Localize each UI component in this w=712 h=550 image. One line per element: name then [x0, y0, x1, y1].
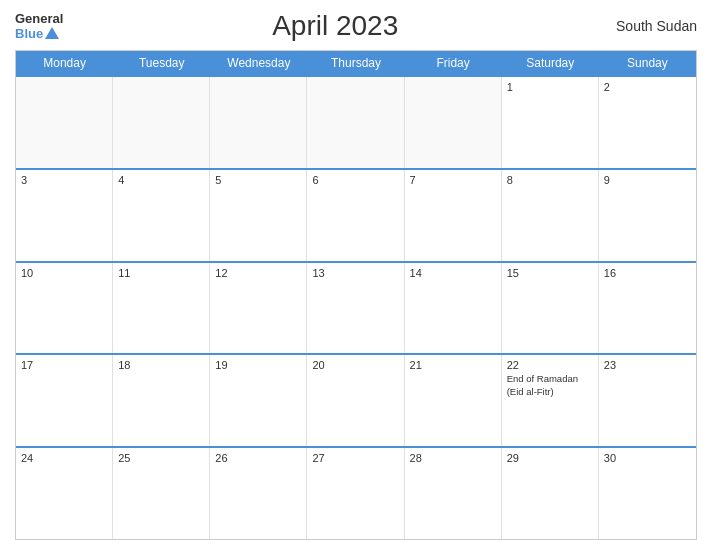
country-label: South Sudan — [607, 18, 697, 34]
header-sunday: Sunday — [599, 51, 696, 75]
day-cell-apr18: 18 — [113, 355, 210, 446]
day-cell-empty — [307, 77, 404, 168]
day-cell-apr28: 28 — [405, 448, 502, 539]
day-number: 7 — [410, 174, 496, 186]
day-cell-apr15: 15 — [502, 263, 599, 354]
day-cell-apr2: 2 — [599, 77, 696, 168]
page-header: General Blue April 2023 South Sudan — [15, 10, 697, 42]
calendar-grid: Monday Tuesday Wednesday Thursday Friday… — [15, 50, 697, 540]
day-cell-apr21: 21 — [405, 355, 502, 446]
day-number: 30 — [604, 452, 691, 464]
day-cell-empty — [210, 77, 307, 168]
day-cell-empty — [16, 77, 113, 168]
day-cell-apr3: 3 — [16, 170, 113, 261]
day-number: 1 — [507, 81, 593, 93]
week-row-3: 10 11 12 13 14 15 16 — [16, 261, 696, 354]
day-cell-apr29: 29 — [502, 448, 599, 539]
day-number: 25 — [118, 452, 204, 464]
day-number: 6 — [312, 174, 398, 186]
day-number: 27 — [312, 452, 398, 464]
day-number: 20 — [312, 359, 398, 371]
day-cell-apr23: 23 — [599, 355, 696, 446]
day-cell-apr5: 5 — [210, 170, 307, 261]
day-cell-apr9: 9 — [599, 170, 696, 261]
week-row-2: 3 4 5 6 7 8 9 — [16, 168, 696, 261]
day-cell-empty — [405, 77, 502, 168]
day-cell-apr22: 22 End of Ramadan (Eid al-Fitr) — [502, 355, 599, 446]
day-cell-apr30: 30 — [599, 448, 696, 539]
day-cell-apr27: 27 — [307, 448, 404, 539]
day-number: 28 — [410, 452, 496, 464]
day-cell-apr10: 10 — [16, 263, 113, 354]
day-number: 29 — [507, 452, 593, 464]
event-eid-al-fitr: End of Ramadan (Eid al-Fitr) — [507, 373, 593, 398]
calendar-page: General Blue April 2023 South Sudan Mond… — [0, 0, 712, 550]
weeks-container: 1 2 3 4 5 6 7 8 9 10 11 12 13 — [16, 75, 696, 539]
day-number: 5 — [215, 174, 301, 186]
day-cell-apr12: 12 — [210, 263, 307, 354]
week-row-1: 1 2 — [16, 75, 696, 168]
day-cell-apr8: 8 — [502, 170, 599, 261]
header-friday: Friday — [405, 51, 502, 75]
day-number: 18 — [118, 359, 204, 371]
day-number: 3 — [21, 174, 107, 186]
day-number: 12 — [215, 267, 301, 279]
day-cell-apr19: 19 — [210, 355, 307, 446]
day-cell-apr4: 4 — [113, 170, 210, 261]
day-headers-row: Monday Tuesday Wednesday Thursday Friday… — [16, 51, 696, 75]
day-cell-apr11: 11 — [113, 263, 210, 354]
header-monday: Monday — [16, 51, 113, 75]
day-number: 23 — [604, 359, 691, 371]
header-thursday: Thursday — [307, 51, 404, 75]
day-cell-apr17: 17 — [16, 355, 113, 446]
day-number: 14 — [410, 267, 496, 279]
day-number: 21 — [410, 359, 496, 371]
day-number: 10 — [21, 267, 107, 279]
day-cell-apr6: 6 — [307, 170, 404, 261]
logo: General Blue — [15, 11, 63, 41]
day-cell-apr14: 14 — [405, 263, 502, 354]
day-cell-apr26: 26 — [210, 448, 307, 539]
header-wednesday: Wednesday — [210, 51, 307, 75]
header-tuesday: Tuesday — [113, 51, 210, 75]
day-number: 2 — [604, 81, 691, 93]
logo-blue-text: Blue — [15, 26, 43, 41]
day-number: 8 — [507, 174, 593, 186]
day-number: 22 — [507, 359, 593, 371]
day-number: 4 — [118, 174, 204, 186]
day-number: 15 — [507, 267, 593, 279]
logo-triangle-icon — [45, 27, 59, 39]
day-number: 16 — [604, 267, 691, 279]
day-number: 17 — [21, 359, 107, 371]
day-cell-apr16: 16 — [599, 263, 696, 354]
header-saturday: Saturday — [502, 51, 599, 75]
day-number: 13 — [312, 267, 398, 279]
day-cell-apr7: 7 — [405, 170, 502, 261]
day-number: 11 — [118, 267, 204, 279]
day-cell-empty — [113, 77, 210, 168]
calendar-title: April 2023 — [63, 10, 607, 42]
day-cell-apr20: 20 — [307, 355, 404, 446]
logo-general-text: General — [15, 11, 63, 26]
day-number: 26 — [215, 452, 301, 464]
week-row-4: 17 18 19 20 21 22 End of Ramadan (Eid al… — [16, 353, 696, 446]
day-cell-apr13: 13 — [307, 263, 404, 354]
day-number: 19 — [215, 359, 301, 371]
day-cell-apr24: 24 — [16, 448, 113, 539]
week-row-5: 24 25 26 27 28 29 30 — [16, 446, 696, 539]
day-cell-apr25: 25 — [113, 448, 210, 539]
day-number: 24 — [21, 452, 107, 464]
day-number: 9 — [604, 174, 691, 186]
day-cell-apr1: 1 — [502, 77, 599, 168]
